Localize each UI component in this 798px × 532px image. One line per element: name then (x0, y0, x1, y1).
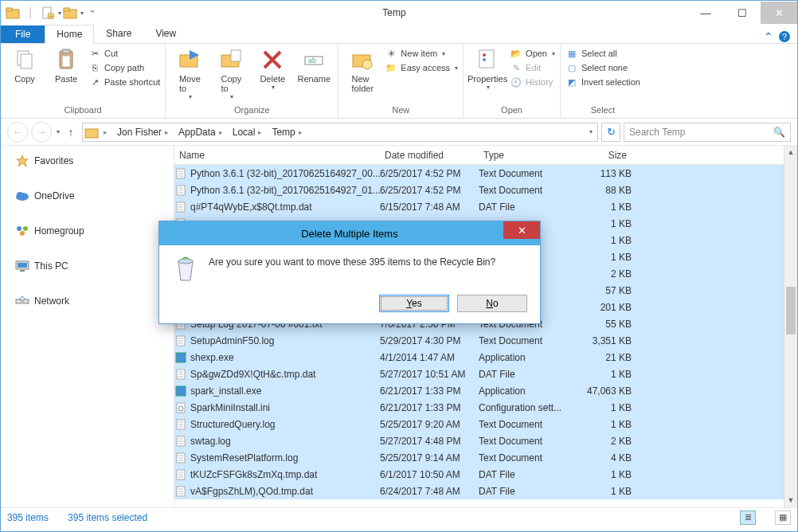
scroll-down[interactable]: ▼ (784, 494, 797, 507)
table-row[interactable]: Python 3.6.1 (32-bit)_20170625164927_01.… (174, 182, 784, 198)
svg-rect-49 (176, 386, 186, 396)
view-icons-button[interactable]: ▦ (775, 510, 791, 525)
breadcrumb[interactable]: ▸ Jon Fisher▸ AppData▸ Local▸ Temp▸ ▾ (82, 123, 598, 142)
history-dropdown[interactable]: ▾ (57, 128, 60, 135)
open-icon: 📂 (510, 47, 522, 60)
svg-text:ab: ab (308, 57, 316, 65)
minimize-button[interactable]: — (687, 2, 724, 24)
folder-icon (84, 125, 99, 139)
paste-button[interactable]: Paste (47, 47, 85, 84)
view-details-button[interactable]: ≣ (740, 510, 756, 525)
tab-home[interactable]: Home (45, 25, 94, 44)
nav-onedrive[interactable]: OneDrive (1, 186, 174, 206)
new-item-button[interactable]: ✳New item▾ (385, 47, 458, 60)
edit-icon: ✎ (510, 61, 522, 74)
nav-thispc[interactable]: This PC (1, 256, 174, 276)
folder-icon: 📁 (385, 61, 397, 74)
table-row[interactable]: tKUZcFSFGk8sZmXq.tmp.dat6/1/2017 10:50 A… (174, 466, 784, 483)
svg-rect-32 (18, 263, 27, 268)
scroll-up[interactable]: ▲ (784, 146, 797, 159)
svg-point-28 (17, 226, 22, 231)
table-row[interactable]: swtag.log5/27/2017 4:48 PMText Document2… (174, 432, 784, 449)
tab-share[interactable]: Share (94, 24, 143, 43)
nav-homegroup[interactable]: Homegroup (1, 221, 174, 241)
qat-folder-icon[interactable] (61, 4, 79, 22)
svg-rect-6 (64, 8, 69, 11)
select-all-icon: ▦ (565, 47, 578, 60)
table-row[interactable]: StructuredQuery.log5/25/2017 9:20 AMText… (174, 416, 784, 432)
copy-path-button[interactable]: ⎘Copy path (88, 61, 160, 74)
select-none-icon: ▢ (565, 61, 578, 74)
history-button[interactable]: 🕘History (510, 76, 555, 88)
up-button[interactable]: ↑ (63, 126, 79, 139)
new-doc-icon[interactable]: ✳ (39, 4, 57, 22)
no-button[interactable]: No (457, 295, 527, 312)
scissors-icon: ✂ (88, 47, 101, 60)
tab-file[interactable]: File (1, 25, 45, 43)
svg-point-29 (23, 226, 28, 231)
nav-network[interactable]: Network (1, 291, 174, 311)
svg-rect-10 (21, 54, 32, 68)
invert-icon: ◩ (565, 76, 578, 88)
table-row[interactable]: spark_install.exe6/21/2017 1:33 PMApplic… (174, 382, 784, 399)
svg-rect-24 (85, 129, 98, 138)
table-row[interactable]: q#PT4qWybE,x$8Qt.tmp.dat6/15/2017 7:48 A… (174, 198, 784, 215)
open-button[interactable]: 📂Open▾ (510, 47, 555, 60)
tab-view[interactable]: View (143, 24, 188, 43)
select-none-button[interactable]: ▢Select none (565, 61, 640, 74)
rename-button[interactable]: abRename (295, 47, 333, 84)
table-row[interactable]: SparkMiniInstall.ini6/21/2017 1:33 PMCon… (174, 399, 784, 416)
dialog-close-button[interactable]: ✕ (503, 221, 540, 239)
help-button[interactable]: ? (778, 30, 797, 43)
search-input[interactable]: Search Temp 🔍 (624, 123, 791, 142)
status-count: 395 items (7, 512, 49, 523)
chevron-down-icon[interactable]: ▾ (589, 128, 596, 135)
easy-access-button[interactable]: 📁Easy access▾ (385, 61, 458, 74)
dialog-title-bar[interactable]: Delete Multiple Items ✕ (159, 221, 540, 245)
qat-overflow[interactable]: ⁼ (84, 4, 101, 22)
scrollbar[interactable]: ▲ ▼ (784, 146, 797, 507)
svg-point-23 (483, 58, 486, 61)
table-row[interactable]: vA$FgpsZhLM),QOd.tmp.dat6/24/2017 7:48 A… (174, 483, 784, 499)
table-row[interactable]: Python 3.6.1 (32-bit)_20170625164927_00.… (174, 165, 784, 182)
table-row[interactable]: SetupAdminF50.log5/29/2017 4:30 PMText D… (174, 332, 784, 349)
edit-button[interactable]: ✎Edit (510, 61, 555, 74)
table-row[interactable]: shexp.exe4/1/2014 1:47 AMApplication21 K… (174, 349, 784, 366)
copy-button[interactable]: Copy (6, 47, 44, 84)
forward-button[interactable]: → (31, 122, 52, 143)
yes-button[interactable]: Yes (379, 295, 449, 312)
qat-separator: | (22, 4, 39, 22)
file-icon (174, 334, 187, 347)
copy-to-button[interactable]: Copy to▾ (212, 47, 250, 100)
table-row[interactable]: SystemResetPlatform.log5/25/2017 9:14 AM… (174, 449, 784, 466)
svg-rect-13 (62, 56, 70, 67)
select-all-button[interactable]: ▦Select all (565, 47, 640, 60)
invert-selection-button[interactable]: ◩Invert selection (565, 76, 640, 88)
table-row[interactable]: Sp&gwZDd9X!QtH&c.tmp.dat5/27/2017 10:51 … (174, 366, 784, 382)
paste-shortcut-button[interactable]: ↗Paste shortcut (88, 76, 160, 88)
scroll-thumb[interactable] (786, 287, 796, 334)
back-button[interactable]: ← (7, 122, 28, 143)
star-icon (15, 154, 29, 168)
move-to-button[interactable]: Move to▾ (170, 47, 209, 100)
cut-button[interactable]: ✂Cut (88, 47, 160, 60)
svg-rect-21 (479, 50, 494, 68)
svg-point-27 (17, 192, 23, 198)
file-icon (174, 485, 187, 498)
svg-point-30 (20, 231, 25, 236)
refresh-button[interactable]: ↻ (601, 123, 620, 142)
nav-favorites[interactable]: Favorites (1, 151, 174, 171)
delete-button[interactable]: Delete▾ (253, 47, 291, 91)
status-bar: 395 items 395 items selected ≣ ▦ (1, 507, 797, 526)
file-icon (174, 184, 187, 197)
column-headers[interactable]: Name Date modified Type Size (174, 146, 784, 165)
properties-button[interactable]: Properties▾ (468, 47, 507, 91)
close-button[interactable]: ✕ (761, 2, 797, 24)
svg-rect-1 (6, 8, 12, 11)
ribbon-collapse-button[interactable]: ⌃ (759, 30, 778, 43)
new-folder-button[interactable]: New folder (343, 47, 381, 93)
maximize-button[interactable]: ☐ (724, 2, 761, 24)
svg-text:✳: ✳ (49, 14, 53, 19)
copy-path-icon: ⎘ (88, 61, 101, 74)
sparkle-icon: ✳ (385, 47, 397, 60)
